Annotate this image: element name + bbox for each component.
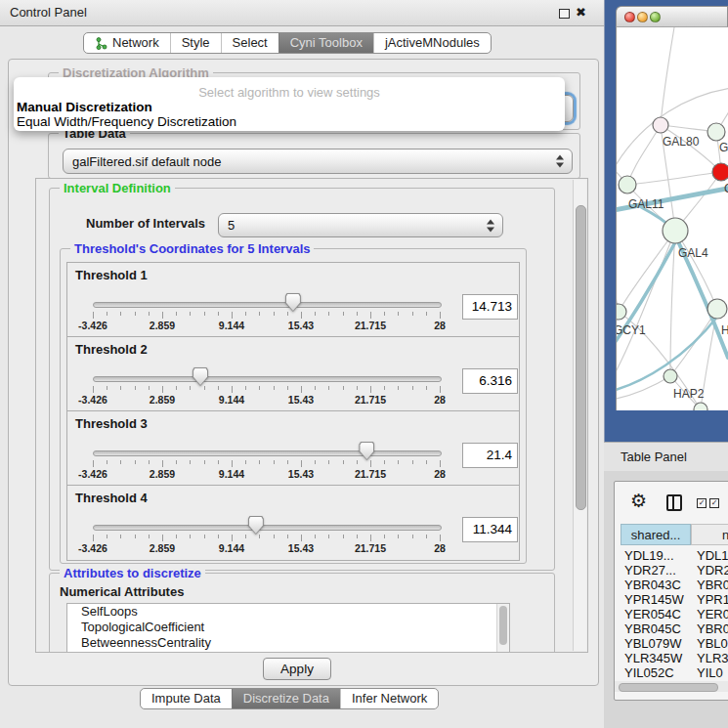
threshold-2-slider-track[interactable] — [93, 376, 442, 382]
minimize-traffic-light-icon[interactable] — [637, 12, 648, 22]
network-view-window: GAL80GACGAL11GAL4GCY1HHAP2 — [616, 6, 728, 410]
tick-mark — [412, 535, 413, 538]
table-row[interactable]: YPR145WYPR1 — [615, 592, 728, 607]
attribute-list-item[interactable]: TopologicalCoefficient — [67, 620, 509, 635]
tick-label: 9.144 — [219, 394, 244, 406]
scrollbar-thumb[interactable] — [499, 606, 507, 645]
cell-shared-name: YBL079W — [624, 636, 682, 651]
table-panel-area: ⚙ ✓ ✓ shared... na YDL19...YDL1YDR27...Y… — [604, 471, 728, 728]
table-data-combobox[interactable]: galFiltered.sif default node — [63, 149, 573, 174]
table-row[interactable]: YDL19...YDL1 — [615, 548, 728, 563]
control-panel-titlebar: Control Panel ✖ — [0, 0, 604, 26]
threshold-4-slider-track[interactable] — [93, 525, 442, 531]
table-data-value: galFiltered.sif default node — [72, 150, 221, 173]
table-row[interactable]: YBL079WYBL0 — [615, 636, 728, 651]
tab-style[interactable]: Style — [170, 33, 221, 53]
tick-mark — [370, 535, 371, 541]
tick-mark — [357, 386, 358, 390]
tick-mark — [426, 386, 427, 390]
tab-impute-data[interactable]: Impute Data — [141, 689, 232, 708]
tab-jactivemnodules[interactable]: jActiveMNodules — [373, 33, 491, 53]
table-panel-title: Table Panel — [621, 450, 687, 464]
tick-mark — [190, 386, 191, 390]
tick-mark — [218, 312, 219, 316]
cell-shared-name: YBR043C — [624, 578, 681, 592]
tick-mark — [93, 535, 94, 541]
cell-name: YIL0 — [697, 665, 723, 680]
popup-item-equal-width-frequency[interactable]: Equal Width/Frequency Discretization — [17, 114, 236, 129]
attribute-list-item[interactable]: SelfLoops — [67, 604, 509, 620]
tab-select[interactable]: Select — [221, 33, 278, 53]
column-header-name[interactable]: na — [691, 524, 728, 545]
number-of-intervals-spinner[interactable]: 5 — [218, 213, 503, 237]
network-node[interactable] — [694, 403, 707, 410]
table-row[interactable]: YBR043CYBR0 — [615, 578, 728, 592]
apply-button[interactable]: Apply — [263, 658, 331, 680]
tab-network[interactable]: Network — [84, 33, 170, 53]
threshold-3-slider-knob[interactable] — [359, 442, 374, 460]
threshold-4-slider-knob[interactable] — [248, 516, 264, 535]
threshold-2-slider-knob[interactable] — [193, 367, 208, 386]
tick-mark — [259, 386, 260, 390]
zoom-traffic-light-icon[interactable] — [650, 12, 661, 22]
network-node[interactable] — [663, 218, 688, 243]
attribute-list-item[interactable]: BetweennessCentrality — [67, 635, 509, 651]
table-horizontal-scrollbar[interactable] — [615, 681, 728, 692]
network-node[interactable] — [707, 299, 727, 319]
tick-mark — [315, 535, 316, 538]
tick-mark — [370, 386, 371, 393]
threshold-1-slider-knob[interactable] — [285, 293, 301, 312]
table-row[interactable]: YBR045CYBR0 — [615, 621, 728, 636]
network-node[interactable] — [619, 176, 636, 193]
threshold-1-value-field[interactable]: 14.713 — [462, 294, 518, 320]
popup-item-manual-discretization[interactable]: Manual Discretization — [17, 100, 152, 114]
threshold-1-slider-track[interactable] — [93, 302, 442, 308]
threshold-2-value-field[interactable]: 6.316 — [462, 368, 518, 394]
threshold-3-slider-track[interactable] — [93, 450, 442, 456]
tick-mark — [440, 312, 441, 319]
close-traffic-light-icon[interactable] — [624, 12, 635, 22]
column-header-shared[interactable]: shared... — [621, 524, 691, 545]
attributes-list-scrollbar[interactable] — [496, 604, 509, 653]
close-icon[interactable]: ✖ — [576, 5, 586, 21]
table-row[interactable]: YLR345WYLR3 — [615, 651, 728, 665]
table-row[interactable]: YDR27...YDR2 — [615, 563, 728, 578]
tab-discretize-data[interactable]: Discretize Data — [232, 689, 340, 708]
application-root: Control Panel ✖ Network Style Select Cyn… — [0, 0, 728, 728]
table-row[interactable]: YIL052CYIL0 — [615, 665, 728, 680]
slider-tick-labels: -3.4262.8599.14415.4321.71528 — [93, 320, 440, 332]
gear-icon[interactable]: ⚙ — [630, 490, 647, 512]
table-row[interactable]: YER054CYER0 — [615, 607, 728, 621]
tick-mark — [190, 460, 191, 464]
tick-mark — [301, 386, 302, 393]
split-columns-icon[interactable] — [666, 494, 682, 511]
tick-mark — [218, 535, 219, 538]
network-node[interactable] — [712, 163, 728, 181]
checkbox-icon[interactable]: ✓ — [697, 498, 707, 508]
network-canvas[interactable]: GAL80GACGAL11GAL4GCY1HHAP2 — [616, 27, 728, 410]
tab-cyni-toolbox[interactable]: Cyni Toolbox — [278, 33, 373, 53]
float-window-icon[interactable] — [559, 9, 570, 19]
tick-mark — [107, 312, 107, 316]
checkbox-icon[interactable]: ✓ — [709, 498, 719, 508]
tick-mark — [232, 386, 233, 393]
tick-mark — [287, 460, 288, 464]
tick-mark — [232, 460, 233, 467]
threshold-4-value-field[interactable]: 11.344 — [462, 517, 518, 542]
network-node[interactable] — [653, 117, 668, 133]
tick-mark — [232, 312, 233, 319]
network-node[interactable] — [617, 304, 626, 320]
scrollbar-thumb[interactable] — [576, 205, 586, 510]
cell-name: YLR3 — [697, 651, 728, 665]
network-node[interactable] — [664, 369, 677, 383]
tick-mark — [315, 386, 316, 390]
threshold-3-value-field[interactable]: 21.4 — [462, 443, 518, 468]
network-node-label: GAL4 — [678, 246, 708, 260]
scrollbar-thumb[interactable] — [619, 683, 718, 692]
network-node[interactable] — [707, 123, 725, 141]
settings-vertical-scrollbar[interactable] — [573, 180, 586, 651]
tick-mark — [162, 460, 163, 467]
tick-mark — [149, 535, 150, 538]
tick-mark — [343, 460, 344, 464]
tab-infer-network[interactable]: Infer Network — [340, 689, 438, 708]
